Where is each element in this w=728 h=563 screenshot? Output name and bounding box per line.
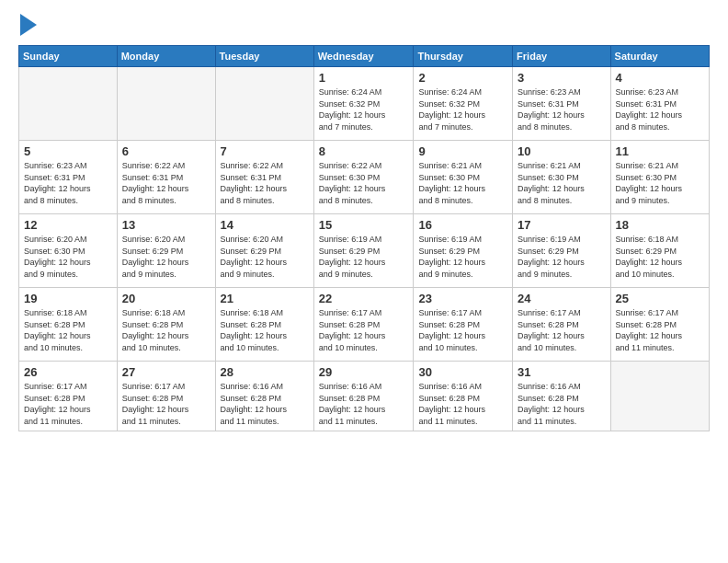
calendar-week-3: 12Sunrise: 6:20 AM Sunset: 6:30 PM Dayli… (19, 214, 710, 288)
day-number: 13 (122, 218, 210, 232)
day-info: Sunrise: 6:24 AM Sunset: 6:32 PM Dayligh… (418, 86, 507, 132)
calendar-cell: 18Sunrise: 6:18 AM Sunset: 6:29 PM Dayli… (610, 214, 709, 288)
calendar-cell: 19Sunrise: 6:18 AM Sunset: 6:28 PM Dayli… (19, 288, 118, 362)
day-info: Sunrise: 6:24 AM Sunset: 6:32 PM Dayligh… (319, 86, 409, 132)
calendar-week-2: 5Sunrise: 6:23 AM Sunset: 6:31 PM Daylig… (19, 141, 710, 214)
day-info: Sunrise: 6:18 AM Sunset: 6:29 PM Dayligh… (616, 234, 704, 280)
weekday-header-row: SundayMondayTuesdayWednesdayThursdayFrid… (19, 46, 710, 67)
day-number: 27 (122, 365, 210, 379)
day-info: Sunrise: 6:22 AM Sunset: 6:31 PM Dayligh… (221, 160, 309, 206)
calendar-cell: 17Sunrise: 6:19 AM Sunset: 6:29 PM Dayli… (513, 214, 610, 288)
day-info: Sunrise: 6:21 AM Sunset: 6:30 PM Dayligh… (616, 160, 704, 206)
calendar-cell: 1Sunrise: 6:24 AM Sunset: 6:32 PM Daylig… (313, 67, 414, 141)
day-number: 11 (616, 144, 704, 158)
day-number: 24 (518, 292, 605, 305)
day-info: Sunrise: 6:18 AM Sunset: 6:28 PM Dayligh… (122, 307, 210, 353)
day-number: 9 (418, 144, 507, 158)
calendar-cell (19, 67, 118, 141)
day-info: Sunrise: 6:23 AM Sunset: 6:31 PM Dayligh… (518, 86, 605, 132)
calendar-cell: 24Sunrise: 6:17 AM Sunset: 6:28 PM Dayli… (513, 288, 610, 362)
calendar-cell: 31Sunrise: 6:16 AM Sunset: 6:28 PM Dayli… (513, 362, 610, 431)
weekday-header-tuesday: Tuesday (215, 46, 313, 67)
day-number: 14 (221, 218, 309, 232)
day-info: Sunrise: 6:21 AM Sunset: 6:30 PM Dayligh… (418, 160, 507, 206)
day-number: 5 (24, 144, 112, 158)
calendar-cell: 27Sunrise: 6:17 AM Sunset: 6:28 PM Dayli… (117, 362, 215, 431)
calendar-cell: 23Sunrise: 6:17 AM Sunset: 6:28 PM Dayli… (414, 288, 513, 362)
logo (18, 14, 37, 36)
calendar-week-5: 26Sunrise: 6:17 AM Sunset: 6:28 PM Dayli… (19, 362, 710, 431)
day-number: 23 (418, 292, 507, 305)
calendar-cell: 2Sunrise: 6:24 AM Sunset: 6:32 PM Daylig… (414, 67, 513, 141)
calendar-cell: 22Sunrise: 6:17 AM Sunset: 6:28 PM Dayli… (313, 288, 414, 362)
day-info: Sunrise: 6:16 AM Sunset: 6:28 PM Dayligh… (221, 381, 309, 427)
calendar-cell: 4Sunrise: 6:23 AM Sunset: 6:31 PM Daylig… (610, 67, 709, 141)
day-number: 31 (518, 365, 605, 379)
weekday-header-friday: Friday (513, 46, 610, 67)
day-number: 22 (319, 292, 409, 305)
weekday-header-saturday: Saturday (610, 46, 709, 67)
day-info: Sunrise: 6:21 AM Sunset: 6:30 PM Dayligh… (518, 160, 605, 206)
calendar-cell: 13Sunrise: 6:20 AM Sunset: 6:29 PM Dayli… (117, 214, 215, 288)
day-number: 6 (122, 144, 210, 158)
day-number: 18 (616, 218, 704, 232)
calendar-cell: 14Sunrise: 6:20 AM Sunset: 6:29 PM Dayli… (215, 214, 313, 288)
day-number: 1 (319, 71, 409, 85)
day-info: Sunrise: 6:17 AM Sunset: 6:28 PM Dayligh… (418, 307, 507, 353)
day-info: Sunrise: 6:22 AM Sunset: 6:31 PM Dayligh… (122, 160, 210, 206)
day-number: 3 (518, 71, 605, 85)
calendar-week-4: 19Sunrise: 6:18 AM Sunset: 6:28 PM Dayli… (19, 288, 710, 362)
calendar-cell (215, 67, 313, 141)
day-info: Sunrise: 6:16 AM Sunset: 6:28 PM Dayligh… (319, 381, 409, 427)
calendar-cell: 7Sunrise: 6:22 AM Sunset: 6:31 PM Daylig… (215, 141, 313, 214)
day-number: 10 (518, 144, 605, 158)
day-number: 17 (518, 218, 605, 232)
day-number: 29 (319, 365, 409, 379)
day-info: Sunrise: 6:20 AM Sunset: 6:29 PM Dayligh… (122, 234, 210, 280)
calendar-cell: 29Sunrise: 6:16 AM Sunset: 6:28 PM Dayli… (313, 362, 414, 431)
day-info: Sunrise: 6:20 AM Sunset: 6:29 PM Dayligh… (221, 234, 309, 280)
calendar-cell: 6Sunrise: 6:22 AM Sunset: 6:31 PM Daylig… (117, 141, 215, 214)
logo-icon (20, 14, 37, 36)
weekday-header-sunday: Sunday (19, 46, 118, 67)
day-number: 21 (221, 292, 309, 305)
day-number: 30 (418, 365, 507, 379)
calendar-cell: 10Sunrise: 6:21 AM Sunset: 6:30 PM Dayli… (513, 141, 610, 214)
day-number: 15 (319, 218, 409, 232)
calendar-cell: 9Sunrise: 6:21 AM Sunset: 6:30 PM Daylig… (414, 141, 513, 214)
day-info: Sunrise: 6:19 AM Sunset: 6:29 PM Dayligh… (418, 234, 507, 280)
day-info: Sunrise: 6:18 AM Sunset: 6:28 PM Dayligh… (24, 307, 112, 353)
day-number: 20 (122, 292, 210, 305)
day-number: 16 (418, 218, 507, 232)
day-number: 7 (221, 144, 309, 158)
calendar-cell: 16Sunrise: 6:19 AM Sunset: 6:29 PM Dayli… (414, 214, 513, 288)
svg-marker-0 (20, 14, 37, 36)
day-info: Sunrise: 6:19 AM Sunset: 6:29 PM Dayligh… (518, 234, 605, 280)
day-info: Sunrise: 6:16 AM Sunset: 6:28 PM Dayligh… (418, 381, 507, 427)
calendar-cell: 15Sunrise: 6:19 AM Sunset: 6:29 PM Dayli… (313, 214, 414, 288)
calendar-table: SundayMondayTuesdayWednesdayThursdayFrid… (18, 45, 710, 431)
day-info: Sunrise: 6:23 AM Sunset: 6:31 PM Dayligh… (24, 160, 112, 206)
day-info: Sunrise: 6:16 AM Sunset: 6:28 PM Dayligh… (518, 381, 605, 427)
day-number: 28 (221, 365, 309, 379)
calendar-cell: 28Sunrise: 6:16 AM Sunset: 6:28 PM Dayli… (215, 362, 313, 431)
day-info: Sunrise: 6:20 AM Sunset: 6:30 PM Dayligh… (24, 234, 112, 280)
day-info: Sunrise: 6:17 AM Sunset: 6:28 PM Dayligh… (616, 307, 704, 353)
day-info: Sunrise: 6:17 AM Sunset: 6:28 PM Dayligh… (24, 381, 112, 427)
calendar-cell: 12Sunrise: 6:20 AM Sunset: 6:30 PM Dayli… (19, 214, 118, 288)
calendar-cell: 5Sunrise: 6:23 AM Sunset: 6:31 PM Daylig… (19, 141, 118, 214)
day-number: 26 (24, 365, 112, 379)
day-number: 19 (24, 292, 112, 305)
calendar-cell: 8Sunrise: 6:22 AM Sunset: 6:30 PM Daylig… (313, 141, 414, 214)
weekday-header-monday: Monday (117, 46, 215, 67)
day-info: Sunrise: 6:23 AM Sunset: 6:31 PM Dayligh… (616, 86, 704, 132)
page-header (18, 14, 710, 36)
calendar-cell: 26Sunrise: 6:17 AM Sunset: 6:28 PM Dayli… (19, 362, 118, 431)
weekday-header-thursday: Thursday (414, 46, 513, 67)
day-info: Sunrise: 6:18 AM Sunset: 6:28 PM Dayligh… (221, 307, 309, 353)
calendar-cell: 30Sunrise: 6:16 AM Sunset: 6:28 PM Dayli… (414, 362, 513, 431)
day-info: Sunrise: 6:17 AM Sunset: 6:28 PM Dayligh… (518, 307, 605, 353)
day-number: 4 (616, 71, 704, 85)
calendar-cell: 21Sunrise: 6:18 AM Sunset: 6:28 PM Dayli… (215, 288, 313, 362)
calendar-cell (117, 67, 215, 141)
